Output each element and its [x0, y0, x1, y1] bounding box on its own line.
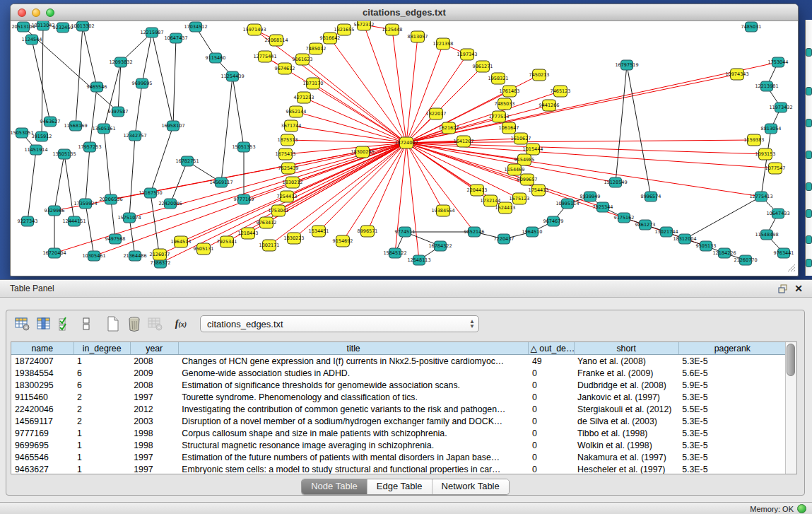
table-row[interactable]: 911546021997Tourette syndrome. Phenomeno…	[11, 391, 787, 403]
graph-edge[interactable]	[296, 112, 406, 143]
graph-node[interactable]: 16797519	[615, 60, 638, 70]
graph-node[interactable]: 1167531	[806, 259, 812, 267]
graph-edge[interactable]	[170, 161, 187, 204]
column-header-out_de[interactable]: △ out_de…	[529, 342, 574, 355]
graph-edge[interactable]	[294, 143, 406, 238]
graph-node[interactable]: 7485031	[741, 22, 762, 32]
graph-node[interactable]: 3671744	[281, 120, 302, 132]
graph-node[interactable]: 1159383	[744, 134, 765, 146]
graph-node[interactable]: 1302171	[259, 240, 280, 251]
graph-node[interactable]: 1873170	[303, 78, 324, 89]
float-panel-button[interactable]	[775, 282, 791, 295]
graph-edge[interactable]	[406, 143, 477, 190]
graph-node[interactable]: 8839949	[580, 192, 601, 201]
graph-node[interactable]: 11548498	[755, 230, 778, 240]
column-header-pagerank[interactable]: pagerank	[678, 342, 786, 355]
graph-node[interactable]: 7465123	[551, 86, 571, 97]
graph-node[interactable]: 9397587	[108, 107, 129, 117]
delete-button[interactable]	[124, 315, 145, 334]
graph-edge[interactable]	[129, 136, 135, 218]
graph-node[interactable]: 1117	[806, 48, 812, 57]
graph-node[interactable]: 12444151	[806, 209, 812, 218]
column-header-in_degree[interactable]: in_degree	[73, 342, 130, 355]
graph-edge[interactable]	[28, 150, 36, 221]
graph-node[interactable]: 1061647	[499, 122, 519, 134]
graph-node[interactable]: 16958107	[161, 121, 184, 131]
graph-node[interactable]: 10013302	[71, 21, 94, 31]
column-header-year[interactable]: year	[130, 342, 178, 355]
graph-node[interactable]: 17359924	[73, 199, 97, 209]
graph-edge[interactable]	[32, 40, 50, 122]
graph-node[interactable]: 10305461	[82, 251, 105, 261]
graph-node[interactable]: 1124544	[22, 35, 42, 45]
graph-edge[interactable]	[54, 154, 64, 211]
column-header-short[interactable]: short	[574, 342, 678, 355]
graph-edge[interactable]	[364, 25, 406, 143]
graph-node[interactable]: 11973432	[769, 103, 792, 112]
scrollbar-thumb[interactable]	[787, 344, 795, 376]
vertical-scrollbar[interactable]	[785, 342, 796, 474]
graph-node[interactable]: 9227343	[18, 216, 38, 226]
column-header-name[interactable]: name	[11, 342, 73, 355]
table-row[interactable]: 977716911998Corpus callosum shape and si…	[11, 427, 787, 439]
network-graph[interactable]: 2051310418313042923245011245441001330212…	[11, 21, 796, 273]
graph-edge[interactable]	[129, 218, 135, 256]
graph-node[interactable]: 1534451	[309, 226, 329, 237]
resize-grip-icon[interactable]	[786, 262, 796, 272]
graph-node[interactable]: 21260770	[734, 255, 757, 265]
graph-node[interactable]: 1015444	[523, 144, 543, 155]
table-row[interactable]: 1456911722003Disruption of a novel membe…	[11, 415, 787, 427]
graph-node[interactable]: 22420046	[158, 199, 182, 209]
table-row[interactable]: 946554611997Estimation of the future num…	[11, 451, 787, 463]
graph-node[interactable]: 10995114	[555, 199, 579, 209]
graph-node[interactable]: 11451914	[24, 145, 47, 155]
graph-node[interactable]: 15751074	[117, 213, 141, 223]
graph-node[interactable]: 1221398	[433, 38, 454, 49]
graph-edge[interactable]	[104, 129, 111, 199]
graph-edge[interactable]	[233, 76, 244, 147]
graph-node[interactable]: 17034512	[184, 22, 207, 32]
graph-edge[interactable]	[173, 38, 176, 126]
tab-edge-table[interactable]: Edge Table	[367, 479, 433, 494]
graph-node[interactable]: 10647433	[766, 209, 789, 218]
column-header-title[interactable]: title	[178, 342, 529, 355]
close-panel-button[interactable]: ✕	[791, 282, 806, 295]
new-file-button[interactable]	[102, 315, 124, 334]
graph-edge[interactable]	[76, 26, 83, 126]
graph-node[interactable]: 7485012	[306, 43, 326, 54]
function-builder-button[interactable]: f(x)	[170, 315, 192, 334]
graph-node[interactable]: 1093153	[755, 148, 776, 160]
graph-node[interactable]: 12215987	[140, 28, 163, 37]
graph-node[interactable]: 9852144	[286, 106, 307, 117]
graph-node[interactable]: 8996571	[358, 226, 378, 237]
graph-node[interactable]: 20206536	[99, 194, 122, 204]
graph-node[interactable]: 9161623	[293, 54, 313, 65]
graph-node[interactable]: 9861271	[473, 61, 493, 72]
table-row[interactable]: 946362711997Embryonic stem cells: a mode…	[11, 463, 787, 474]
graph-node[interactable]: 16782751	[175, 156, 199, 166]
graph-node[interactable]: 9329966	[806, 119, 812, 127]
graph-node[interactable]: 10647437	[164, 33, 187, 43]
table-row[interactable]: 2242004622012Investigating the contribut…	[11, 403, 787, 415]
graph-node[interactable]: 15053051	[11, 128, 34, 138]
network-select[interactable]: citations_edges.txt ▲▼	[200, 315, 479, 332]
graph-edge[interactable]	[406, 143, 474, 232]
tab-node-table[interactable]: Node Table	[302, 479, 367, 494]
graph-edge[interactable]	[367, 143, 406, 231]
graph-node[interactable]: 15128549	[604, 177, 627, 187]
graph-node[interactable]: 9861273	[635, 220, 656, 230]
graph-node[interactable]: 12775441	[253, 51, 276, 62]
graph-node[interactable]: 1077547	[765, 163, 786, 174]
graph-node[interactable]: 8813054	[761, 124, 782, 134]
graph-node[interactable]: 15845122	[383, 248, 406, 258]
graph-node[interactable]: 12775413	[749, 192, 772, 201]
graph-edge[interactable]	[406, 74, 737, 143]
graph-edge[interactable]	[406, 143, 761, 197]
graph-node[interactable]: 1830223	[284, 233, 305, 244]
tab-network-table[interactable]: Network Table	[433, 479, 509, 494]
graph-node[interactable]: 1524413	[495, 202, 516, 214]
table-row[interactable]: 969969511998Structural magnetic resonanc…	[11, 439, 787, 451]
graph-node[interactable]: 12093832	[109, 57, 132, 67]
graph-edge[interactable]	[86, 204, 94, 256]
graph-node[interactable]: 12093832	[806, 182, 812, 191]
